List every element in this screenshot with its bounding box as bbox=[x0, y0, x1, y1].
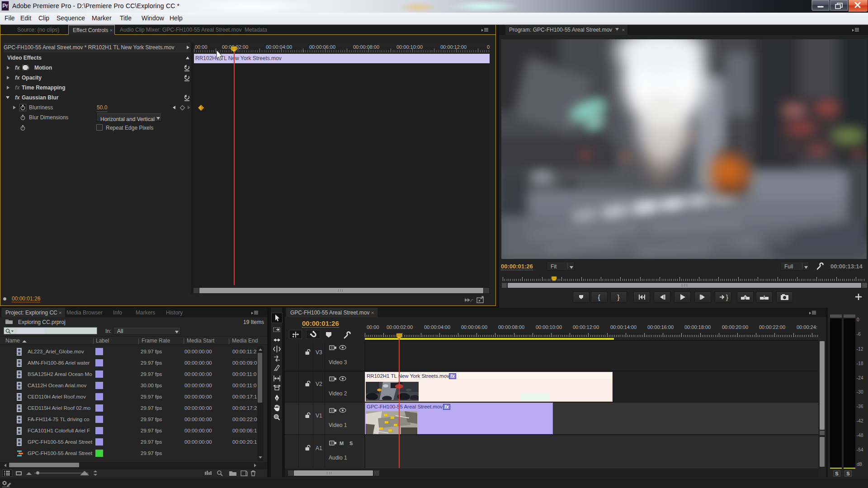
svg-text:{: { bbox=[598, 293, 600, 301]
svg-text:}: } bbox=[726, 294, 728, 301]
svg-text:}: } bbox=[617, 293, 619, 301]
